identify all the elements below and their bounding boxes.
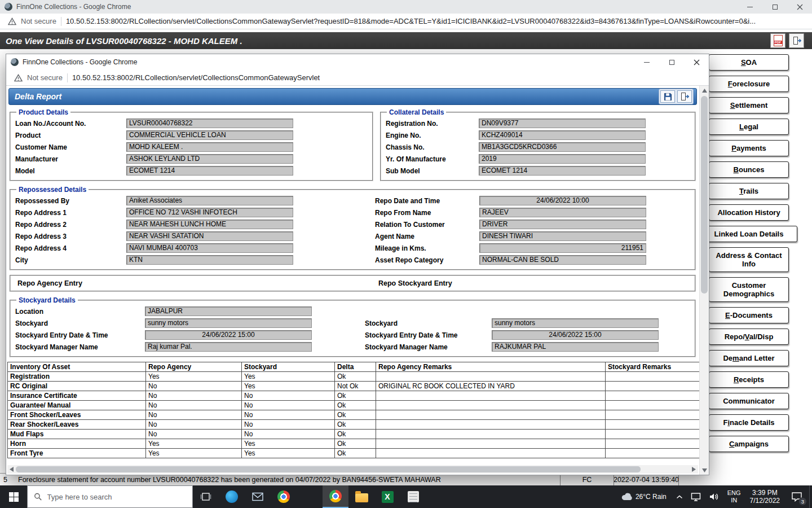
- close-button[interactable]: [787, 0, 812, 14]
- side-button-legal[interactable]: Legal: [709, 119, 789, 135]
- side-button-settlement[interactable]: Settlement: [709, 97, 789, 113]
- language-indicator[interactable]: ENG IN: [723, 485, 745, 508]
- exit-page-button[interactable]: [789, 33, 804, 48]
- notes-app-button[interactable]: [400, 485, 426, 508]
- field-input: LVSUR00040768322: [126, 119, 293, 128]
- clock[interactable]: 3:39 PM 7/12/2022: [745, 485, 784, 508]
- popup-close-button[interactable]: [684, 54, 709, 70]
- side-button-bounces[interactable]: Bounces: [709, 161, 789, 178]
- inventory-cell: [606, 430, 700, 439]
- side-button-demand-letter[interactable]: Demand Letter: [709, 350, 789, 366]
- field-input: 211951: [479, 243, 646, 253]
- hidden-icons-button[interactable]: [672, 485, 687, 508]
- field-label: Sub Model: [386, 167, 479, 175]
- side-button-communicator[interactable]: Communicator: [709, 393, 789, 409]
- field-label: Repo Address 3: [15, 233, 126, 240]
- scroll-down-arrow-icon[interactable]: [700, 466, 709, 475]
- vertical-scroll-thumb[interactable]: [701, 96, 708, 294]
- field-label: Chassis No.: [386, 143, 479, 151]
- inventory-cell: Yes: [242, 372, 335, 382]
- inventory-cell: [606, 449, 700, 458]
- field-row-yr-of-manufacture: Yr. Of Manufacture2019: [386, 153, 690, 165]
- start-button[interactable]: [0, 485, 27, 508]
- chrome-icon: [277, 491, 290, 503]
- save-button[interactable]: [660, 90, 675, 103]
- finnone-favicon-icon: [5, 3, 12, 11]
- side-button-finacle-details[interactable]: Finacle Details: [709, 414, 789, 431]
- popup-minimize-button[interactable]: [634, 54, 659, 70]
- inventory-cell: Ok: [335, 439, 376, 449]
- repossessed-left-rows: Repossessed ByAniket AssociatesRepo Addr…: [15, 195, 375, 266]
- field-row-stockyard-entry-date-time: Stockyard Entry Date & Time24/06/2022 15…: [365, 329, 690, 341]
- inventory-cell: Not Ok: [335, 382, 376, 391]
- side-button-soa[interactable]: SOA: [709, 54, 789, 71]
- field-label: Repo From Name: [375, 209, 479, 217]
- volume-button[interactable]: [705, 485, 723, 508]
- inventory-item-name: Rear Shocker/Leaves: [8, 420, 146, 430]
- folder-icon: [355, 493, 368, 502]
- inventory-cell: [376, 430, 606, 439]
- main-addressbar[interactable]: Not secure 10.50.52.153:8002/RLCollectio…: [0, 14, 812, 29]
- product-collateral-row: Product Details Loan No./Account No.LVSU…: [10, 108, 696, 181]
- field-row-repo-address-3: Repo Address 3NEAR VASHI SATATION: [15, 230, 375, 242]
- task-view-button[interactable]: [193, 485, 219, 508]
- scroll-left-arrow-icon[interactable]: [7, 465, 16, 474]
- side-button-foreclosure[interactable]: Foreclosure: [709, 76, 789, 92]
- action-center-button[interactable]: 3: [784, 485, 809, 508]
- field-input: ECOMET 1214: [479, 166, 646, 176]
- field-label: Yr. Of Manufacture: [386, 155, 479, 163]
- internet-explorer-button[interactable]: [297, 485, 323, 508]
- horizontal-scroll-thumb[interactable]: [16, 466, 641, 472]
- exit-report-button[interactable]: [677, 90, 692, 103]
- popup-maximize-button[interactable]: [659, 54, 684, 70]
- edge-browser-button[interactable]: [219, 485, 245, 508]
- network-status-button[interactable]: [687, 485, 705, 508]
- field-label: Repossessed By: [15, 197, 126, 205]
- side-button-e-documents[interactable]: E-Documents: [709, 307, 789, 323]
- side-button-receipts[interactable]: Receipts: [709, 371, 789, 388]
- taskbar-search[interactable]: [27, 485, 193, 508]
- popup-addressbar[interactable]: Not secure 10.50.52.153:8002/RLCollectio…: [6, 70, 709, 86]
- side-button-linked-loan-details[interactable]: Linked Loan Details: [700, 226, 797, 242]
- mail-app-button[interactable]: [245, 485, 271, 508]
- field-row-stockyard-manager-name: Stockyard Manager NameRaj kumar Pal.: [15, 341, 365, 353]
- close-icon: [797, 4, 803, 10]
- maximize-button[interactable]: [762, 0, 787, 14]
- field-row-repo-from-name: Repo From NameRAJEEV: [375, 207, 690, 218]
- inventory-cell: No: [242, 391, 335, 401]
- search-input[interactable]: [47, 493, 186, 501]
- inventory-cell: No: [146, 391, 242, 401]
- side-button-campaigns[interactable]: Campaigns: [709, 436, 789, 452]
- side-button-payments[interactable]: Payments: [709, 140, 789, 156]
- inventory-header-row: Inventory Of AssetRepo AgencyStockyardDe…: [8, 362, 700, 372]
- field-label: Stockyard: [15, 319, 145, 327]
- field-row-model: ModelECOMET 1214: [15, 165, 368, 177]
- vertical-scrollbar[interactable]: [699, 86, 709, 475]
- side-button-trails[interactable]: Trails: [709, 183, 789, 199]
- repossessed-details-legend: Repossessed Details: [16, 186, 89, 194]
- minimize-button[interactable]: [738, 0, 762, 14]
- field-input: 2019: [479, 154, 646, 164]
- side-button-address-contact-info[interactable]: Address & Contact Info: [709, 247, 789, 272]
- chrome-browser-button[interactable]: [271, 485, 297, 508]
- side-button-repo-val-disp[interactable]: Repo/Val/Disp: [709, 329, 789, 345]
- addressbar-divider: [61, 17, 61, 26]
- inventory-cell: ORIGINAL RC BOOK COLLECTED IN YARD: [376, 382, 606, 391]
- scroll-up-arrow-icon[interactable]: [700, 86, 709, 95]
- inventory-item-name: Registration: [8, 372, 146, 382]
- history-row-text: Foreclosure statement for account number…: [15, 474, 560, 485]
- pdf-export-button[interactable]: [770, 33, 785, 48]
- side-button-customer-demographics[interactable]: Customer Demographics: [709, 277, 789, 302]
- inventory-row: RegistrationYesYesOk: [8, 372, 700, 382]
- excel-button[interactable]: [374, 485, 400, 508]
- side-button-allocation-history[interactable]: Allocation History: [709, 204, 789, 221]
- stockyard-right-rows: Stockyardsunny motorsStockyard Entry Dat…: [365, 305, 690, 353]
- horizontal-scrollbar[interactable]: [7, 465, 698, 474]
- history-row-timestamp: 2022-07-04 13:59:40: [614, 474, 678, 485]
- scroll-right-arrow-icon[interactable]: [690, 465, 698, 474]
- file-explorer-button[interactable]: [348, 485, 374, 508]
- weather-widget[interactable]: 26°C Rain: [615, 485, 672, 508]
- inventory-cell: [606, 401, 700, 410]
- show-desktop-button[interactable]: [809, 485, 812, 508]
- chrome-browser-active-button[interactable]: [323, 485, 348, 508]
